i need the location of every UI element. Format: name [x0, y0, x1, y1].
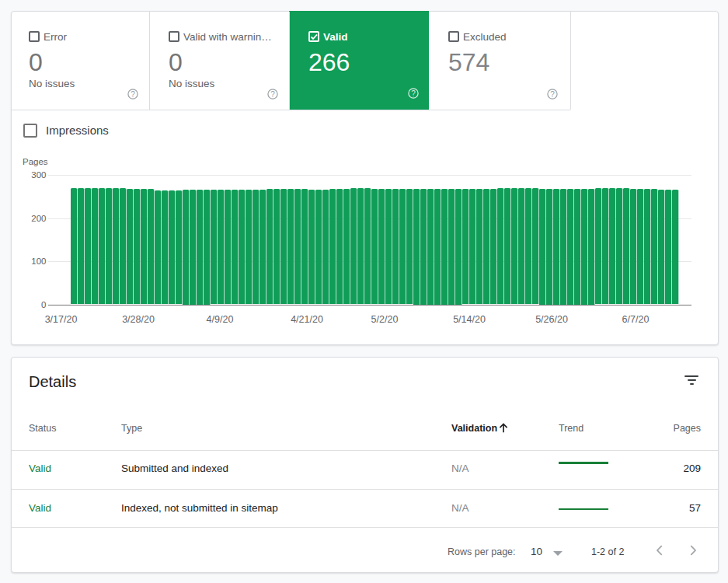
svg-text:?: ? [551, 89, 556, 98]
svg-text:?: ? [131, 89, 136, 98]
svg-text:?: ? [271, 89, 276, 98]
svg-text:?: ? [411, 89, 416, 98]
